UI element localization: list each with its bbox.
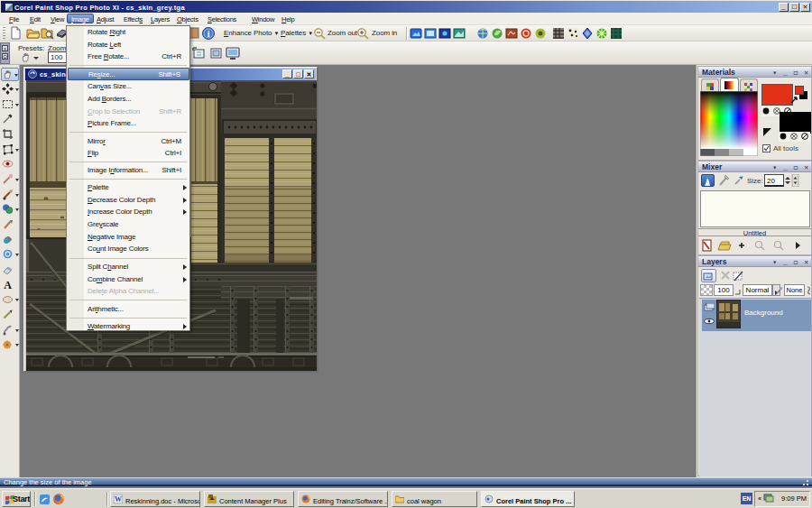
svg-text:i: i: [208, 29, 210, 39]
svg-text:W: W: [115, 495, 122, 503]
svg-text:A: A: [4, 279, 12, 291]
